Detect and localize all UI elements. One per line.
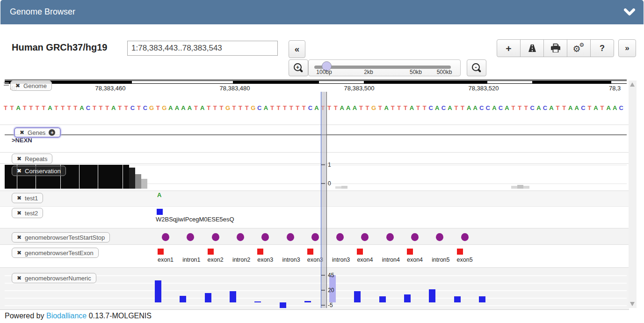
app-header: Genome Browser (0, 0, 644, 24)
startstop-dot[interactable] (386, 233, 394, 241)
sequence-base: T (212, 104, 218, 111)
biodalliance-link[interactable]: Biodalliance (46, 312, 87, 320)
numeric-axis-label: 45 (328, 272, 334, 279)
exon-feature-box[interactable] (407, 249, 413, 255)
location-input[interactable] (127, 41, 278, 56)
track-drag-handle[interactable] (4, 82, 9, 83)
zoom-label-2kb: 2kb (364, 69, 373, 75)
add-circle-icon[interactable]: + (49, 129, 55, 136)
ruler-tick-label: 78,383,460 (95, 85, 125, 92)
test1-feature[interactable]: A (157, 191, 161, 198)
numeric-bar[interactable] (254, 301, 261, 302)
plus-icon: + (506, 44, 511, 53)
sequence-base: T (98, 104, 104, 111)
numeric-bar[interactable] (180, 296, 186, 302)
numeric-bar[interactable] (230, 291, 236, 302)
numeric-bar[interactable] (429, 289, 435, 302)
sequence-base: T (599, 104, 606, 111)
sequence-base: C (307, 104, 313, 111)
conservation-bar (110, 165, 116, 189)
track-chip-label: genomebrowserNumeric (25, 275, 91, 282)
track-chip-test2[interactable]: ✖ test2 (12, 208, 43, 218)
conservation-bar (5, 165, 11, 189)
vertical-scrollbar[interactable] (629, 81, 637, 308)
startstop-dot[interactable] (411, 233, 419, 241)
sequence-base: T (40, 104, 47, 111)
close-icon[interactable]: ✖ (17, 250, 22, 256)
startstop-dot[interactable] (461, 233, 469, 241)
exon-feature-box[interactable] (158, 249, 164, 255)
track-chip-startstop[interactable]: ✖ genomebrowserTestStartStop (12, 232, 110, 242)
numeric-bar[interactable] (454, 296, 461, 302)
sequence-base: A (408, 104, 415, 111)
startstop-dot[interactable] (162, 233, 169, 241)
add-track-button[interactable]: + (497, 39, 521, 57)
export-image-button[interactable] (543, 39, 567, 57)
close-icon[interactable]: ✖ (17, 210, 22, 216)
track-chip-genome[interactable]: ✖ Genome (10, 81, 52, 91)
numeric-bar[interactable] (155, 280, 161, 302)
expand-right-button[interactable]: » (618, 39, 636, 57)
close-icon[interactable]: ✖ (17, 275, 22, 281)
conservation-bar (86, 165, 92, 189)
gene-body-line[interactable] (5, 134, 627, 135)
toolbar-button-group: + ⚙ ⚙ ? (497, 39, 614, 57)
track-chip-numeric[interactable]: ✖ genomebrowserNumeric (12, 273, 96, 283)
numeric-bar[interactable] (404, 294, 411, 302)
exon-feature-box[interactable] (208, 249, 214, 255)
startstop-dot[interactable] (237, 233, 244, 241)
sequence-base: G (250, 104, 256, 111)
zoom-out-button[interactable]: - (467, 59, 486, 76)
exon-feature-box[interactable] (457, 249, 463, 255)
scroll-up-arrow[interactable] (630, 82, 635, 87)
exon-feature-box[interactable] (257, 249, 263, 255)
exon-feature-label: intron1 (182, 257, 200, 263)
numeric-bar[interactable] (304, 301, 311, 302)
sequence-base: T (586, 104, 593, 111)
exon-feature-box[interactable] (307, 249, 313, 255)
numeric-bar[interactable] (479, 296, 485, 302)
sequence-base: A (313, 104, 320, 111)
sequence-base: C (256, 104, 263, 111)
close-icon[interactable]: ✖ (17, 234, 22, 241)
track-chip-conservation[interactable]: ✖ Conservation (12, 166, 66, 176)
sequence-base: C (427, 104, 434, 111)
track-separator (0, 125, 629, 125)
zoom-in-button[interactable]: + (289, 59, 308, 76)
conservation-bar (523, 186, 529, 189)
close-icon[interactable]: ✖ (20, 129, 24, 136)
startstop-dot[interactable] (212, 233, 219, 241)
numeric-bar[interactable] (354, 291, 361, 302)
close-icon[interactable]: ✖ (15, 82, 20, 89)
scroll-down-arrow[interactable] (630, 302, 635, 306)
close-icon[interactable]: ✖ (17, 195, 22, 201)
chevron-down-icon[interactable] (624, 8, 635, 16)
numeric-bar[interactable] (280, 302, 286, 308)
zoom-slider-track[interactable] (314, 66, 451, 69)
close-icon[interactable]: ✖ (17, 168, 22, 174)
conservation-bar (67, 165, 73, 189)
test2-feature-box[interactable] (157, 209, 163, 215)
settings-button[interactable]: ⚙ ⚙ (567, 39, 591, 57)
numeric-bar[interactable] (205, 293, 211, 302)
track-chip-test1[interactable]: ✖ test1 (12, 193, 43, 203)
track-chip-exon[interactable]: ✖ genomebrowserTestExon (12, 248, 99, 258)
exon-feature-box[interactable] (357, 249, 363, 255)
sequence-base: T (275, 104, 282, 111)
help-button[interactable]: ? (590, 39, 614, 57)
track-chip-genes[interactable]: ✖ Genes + (14, 127, 61, 138)
numeric-bar[interactable] (379, 296, 386, 302)
exon-feature-label: exon3 (257, 257, 273, 263)
track-drag-handle[interactable] (4, 85, 9, 86)
exon-feature-label: exon2 (208, 257, 224, 263)
sequence-base: A (612, 104, 618, 111)
close-icon[interactable]: ✖ (17, 155, 22, 162)
track-chip-repeats[interactable]: ✖ Repeats (12, 154, 52, 164)
app-title: Genome Browser (10, 7, 75, 17)
startstop-dot[interactable] (287, 233, 294, 241)
startstop-dot[interactable] (336, 233, 344, 241)
highlight-region-button[interactable] (520, 39, 544, 57)
startstop-dot[interactable] (311, 233, 319, 241)
pan-left-button[interactable]: « (289, 40, 305, 58)
sequence-base: A (472, 104, 478, 111)
